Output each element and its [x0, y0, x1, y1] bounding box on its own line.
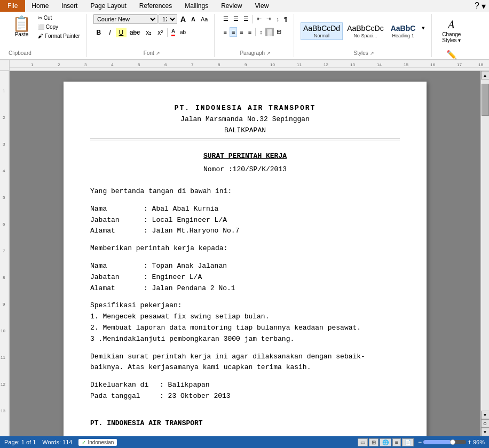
styles-row: AaBbCcDd Normal AaBbCcDc No Spaci... AaB…	[301, 22, 427, 40]
tab-file[interactable]: File	[0, 0, 25, 12]
svg-text:12: 12	[324, 62, 328, 67]
format-painter-button[interactable]: 🖌 Format Painter	[36, 32, 82, 40]
sort-button[interactable]: ↕	[274, 14, 281, 24]
zoom-slider[interactable]	[423, 440, 466, 444]
superscript-button[interactable]: x²	[155, 28, 165, 37]
shrink-font-button[interactable]: A	[189, 15, 198, 23]
issue-info: Dikeluarkan di: Balikpapan Pada tanggal:…	[90, 380, 400, 402]
style-no-spacing[interactable]: AaBbCcDc No Spaci...	[344, 22, 386, 40]
align-left-button[interactable]: ≡	[221, 27, 228, 37]
copy-button[interactable]: ⬜ Copy	[36, 23, 82, 31]
zoom-controls: − + 96%	[418, 438, 485, 446]
next-page-button[interactable]: ▼	[481, 428, 490, 436]
zoom-handle[interactable]	[450, 439, 455, 445]
right-actions-group: 𝐴 ChangeStyles ▾ ✏️ Editing	[434, 14, 469, 57]
scroll-down-button[interactable]: ▼	[481, 411, 490, 419]
web-view-button[interactable]: 🌐	[380, 438, 391, 446]
page: PT. INDONESIA AIR TRANSPORT Jalan Marsma…	[64, 82, 427, 436]
shading-button[interactable]: ▓	[265, 28, 274, 36]
clipboard-label: Clipboard	[9, 50, 31, 56]
clipboard-group: 📋 Paste ✂ Cut ⬜ Copy 🖌 Format Painter Cl…	[4, 14, 87, 57]
help-icon[interactable]: ?	[475, 1, 479, 11]
document-area[interactable]: PT. INDONESIA AIR TRANSPORT Jalan Marsma…	[10, 71, 480, 436]
svg-text:9: 9	[3, 302, 5, 307]
zoom-level: 96%	[473, 439, 485, 445]
ribbon: File Home Insert Page Layout References …	[0, 0, 489, 60]
style-normal[interactable]: AaBbCcDd Normal	[301, 22, 343, 40]
header-divider	[90, 139, 400, 140]
clear-format-button[interactable]: Aa	[199, 15, 210, 23]
page-header: PT. INDONESIA AIR TRANSPORT Jalan Marsma…	[90, 103, 400, 136]
list-row: ☰ ☰ ☰ ⇤ ⇥ ↕ ¶	[221, 14, 289, 24]
tab-view[interactable]: View	[249, 0, 275, 12]
scroll-thumb[interactable]	[482, 84, 489, 116]
italic-button[interactable]: I	[105, 28, 115, 37]
svg-text:7: 7	[191, 62, 194, 67]
change-styles-button[interactable]: 𝐴 ChangeStyles ▾	[438, 16, 464, 45]
svg-text:13: 13	[1, 409, 5, 413]
doc-title: SURAT PERINTAH KERJA	[90, 151, 400, 162]
svg-text:4: 4	[3, 169, 5, 173]
paste-button[interactable]: 📋 Paste	[9, 15, 35, 39]
zoom-in-button[interactable]: +	[468, 438, 471, 446]
minimize-icon[interactable]: ▾	[482, 1, 486, 11]
tab-page-layout[interactable]: Page Layout	[84, 0, 132, 12]
svg-text:18: 18	[478, 62, 483, 67]
svg-text:1: 1	[3, 89, 5, 93]
command-text: Memberikan perintah kerja kepada:	[90, 243, 400, 254]
spec-section: Spesifikasi pekerjaan: 1. Mengecek pesaw…	[90, 300, 400, 345]
footer-company: PT. INDONESIA AIR TRANSPORT	[90, 418, 400, 429]
subscript-button[interactable]: x₂	[143, 28, 154, 37]
svg-text:3: 3	[84, 62, 87, 67]
outline-view-button[interactable]: ≡	[392, 438, 401, 446]
editing-icon: ✏️	[446, 50, 457, 60]
decrease-indent-button[interactable]: ⇤	[255, 14, 264, 24]
align-row: ≡ ≡ ≡ ≡ ↕ ▓ ⊞	[221, 27, 283, 37]
font-family-select[interactable]: Courier New	[93, 14, 157, 24]
svg-text:11: 11	[297, 62, 302, 67]
cut-button[interactable]: ✂ Cut	[36, 14, 82, 22]
grow-font-button[interactable]: A	[178, 14, 188, 25]
select-browse-button[interactable]: ⊙	[481, 419, 490, 428]
tab-mailings[interactable]: Mailings	[178, 0, 215, 12]
zoom-out-button[interactable]: −	[418, 438, 422, 446]
numbering-button[interactable]: ☰	[231, 14, 241, 24]
justify-button[interactable]: ≡	[246, 27, 254, 37]
tab-review[interactable]: Review	[215, 0, 248, 12]
underline-button[interactable]: U	[116, 28, 127, 37]
svg-text:9: 9	[244, 62, 247, 67]
bold-button[interactable]: B	[93, 28, 104, 37]
receiver-info: Nama: Topan Anak Jalanan Jabatan: Engine…	[90, 261, 400, 294]
strikethrough-button[interactable]: abc	[127, 28, 143, 37]
align-center-button[interactable]: ≡	[230, 27, 237, 37]
font-color-button[interactable]: A	[169, 27, 177, 37]
highlight-button[interactable]: ab	[178, 28, 188, 36]
svg-text:5: 5	[3, 195, 5, 200]
closing-text: Demikian surat perintah kerja ini agar d…	[90, 351, 400, 374]
line-spacing-button[interactable]: ↕	[257, 27, 265, 37]
full-reading-button[interactable]: ⊞	[369, 438, 378, 446]
svg-text:6: 6	[164, 62, 167, 67]
paste-icon: 📋	[12, 17, 31, 31]
scroll-track[interactable]	[482, 79, 489, 411]
multilevel-button[interactable]: ☰	[241, 14, 251, 24]
increase-indent-button[interactable]: ⇥	[264, 14, 273, 24]
font-size-select[interactable]: 12	[159, 14, 177, 24]
tab-insert[interactable]: Insert	[55, 0, 84, 12]
language-badge[interactable]: ✓ Indonesian	[78, 439, 117, 446]
tab-references[interactable]: References	[133, 0, 178, 12]
paragraph-group: ☰ ☰ ☰ ⇤ ⇥ ↕ ¶ ≡ ≡ ≡ ≡ ↕ ▓ ⊞	[217, 14, 294, 57]
styles-more-button[interactable]: ▾	[420, 23, 427, 33]
align-right-button[interactable]: ≡	[238, 27, 245, 37]
vertical-scrollbar[interactable]: ▲ ▼ ⊙ ▼	[480, 71, 489, 436]
print-view-button[interactable]: ▭	[358, 438, 368, 446]
bullets-button[interactable]: ☰	[221, 14, 231, 24]
borders-button[interactable]: ⊞	[274, 27, 283, 37]
draft-view-button[interactable]: 📄	[402, 438, 414, 446]
scroll-up-button[interactable]: ▲	[481, 71, 490, 79]
top-ruler: 1 2 3 4 5 6 7 8 9 10 11 12 13 14 15 16 1…	[10, 60, 489, 71]
svg-text:15: 15	[404, 62, 408, 67]
show-marks-button[interactable]: ¶	[282, 14, 289, 24]
style-heading1[interactable]: AaBbC Heading 1	[388, 22, 419, 40]
tab-home[interactable]: Home	[25, 0, 55, 12]
